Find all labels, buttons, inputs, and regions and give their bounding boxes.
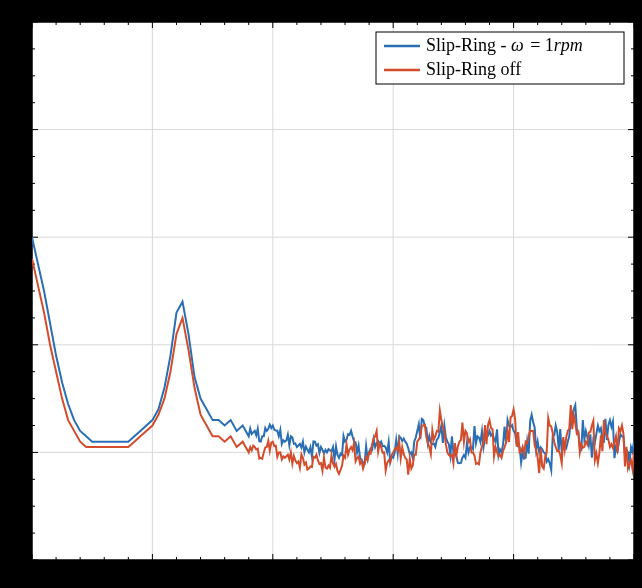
line-chart-canvas <box>0 0 642 588</box>
